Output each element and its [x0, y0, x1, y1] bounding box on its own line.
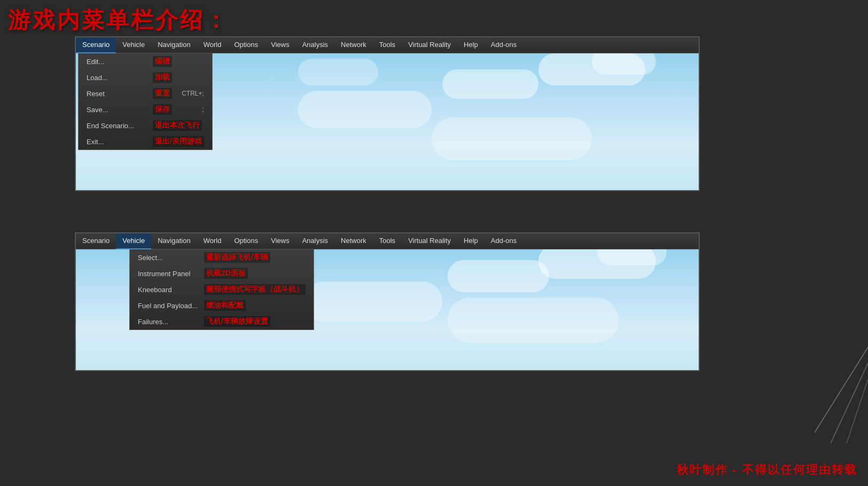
menu-tools-1[interactable]: Tools — [373, 37, 402, 53]
dropdown-item-exit-cn: 退出/关闭游戏 — [153, 136, 204, 147]
page-title: 游戏内菜单栏介绍： — [8, 5, 229, 35]
dropdown-item-save[interactable]: Save... 保存 ; — [79, 101, 212, 117]
menubar-2: Scenario Vehicle Navigation World Option… — [76, 233, 699, 249]
dropdown-item-instrument[interactable]: Instrument Panel 机载2D面板 — [130, 265, 314, 281]
menu-scenario-2[interactable]: Scenario — [76, 233, 116, 249]
menubar-1: Scenario Vehicle Navigation World Option… — [76, 37, 699, 53]
dropdown-item-select[interactable]: Select... 重新选择飞机/车辆 — [130, 249, 314, 265]
dropdown-item-end-scenario[interactable]: End Scenario... 退出本次飞行 — [79, 117, 212, 134]
menu-world-1[interactable]: World — [197, 37, 228, 53]
dropdown-item-reset-en: Reset — [87, 90, 151, 98]
menu-help-2[interactable]: Help — [457, 233, 484, 249]
footer-text: 秋叶制作 - 不得以任何理由转载 — [677, 462, 857, 478]
menu-network-1[interactable]: Network — [334, 37, 373, 53]
dropdown-item-load[interactable]: Load... 加载 — [79, 69, 212, 85]
menu-options-1[interactable]: Options — [228, 37, 264, 53]
menu-views-2[interactable]: Views — [264, 233, 295, 249]
dropdown-item-save-cn: 保存 — [153, 104, 172, 115]
dropdown-item-end-en: End Scenario... — [87, 122, 151, 130]
menu-analysis-1[interactable]: Analysis — [296, 37, 334, 53]
menu-addons-2[interactable]: Add-ons — [484, 233, 523, 249]
dropdown-item-load-cn: 加载 — [153, 72, 172, 83]
menu-scenario-1[interactable]: Scenario — [76, 37, 116, 53]
menu-tools-2[interactable]: Tools — [373, 233, 402, 249]
menu-vehicle-2[interactable]: Vehicle — [116, 233, 151, 249]
svg-line-1 — [831, 363, 868, 443]
dropdown-item-kneeboard-en: Kneeboard — [138, 286, 202, 294]
menu-vehicle-1[interactable]: Vehicle — [116, 37, 151, 53]
screenshot-panel-2: Scenario Vehicle Navigation World Option… — [75, 232, 700, 371]
decoration-lines — [804, 336, 868, 443]
dropdown-item-instrument-en: Instrument Panel — [138, 270, 202, 278]
dropdown-item-instrument-cn: 机载2D面板 — [204, 268, 248, 279]
dropdown-item-fuel-cn: 燃油和配戴 — [204, 300, 246, 311]
menu-analysis-2[interactable]: Analysis — [296, 233, 334, 249]
dropdown-item-fuel[interactable]: Fuel and Payload... 燃油和配戴 — [130, 297, 314, 313]
dropdown-item-failures-cn: 飞机/车辆故障设置 — [204, 316, 270, 327]
dropdown-panel-2: Select... 重新选择飞机/车辆 Instrument Panel 机载2… — [129, 249, 314, 330]
dropdown-item-exit-en: Exit... — [87, 138, 151, 146]
dropdown-item-exit[interactable]: Exit... 退出/关闭游戏 — [79, 134, 212, 150]
dropdown-item-fuel-en: Fuel and Payload... — [138, 302, 202, 310]
svg-line-2 — [847, 379, 868, 443]
dropdown-item-edit-cn: 编辑 — [153, 56, 172, 67]
dropdown-item-kneeboard[interactable]: Kneeboard 腿部便携式写字板（战斗机） — [130, 281, 314, 297]
menu-views-1[interactable]: Views — [264, 37, 295, 53]
dropdown-item-end-cn: 退出本次飞行 — [153, 120, 202, 131]
dropdown-panel-1: Edit... 编辑 Load... 加载 Reset 重置 CTRL+; Sa… — [78, 53, 213, 150]
dropdown-item-save-shortcut: ; — [202, 106, 204, 113]
dropdown-item-select-cn: 重新选择飞机/车辆 — [204, 252, 270, 263]
dropdown-item-failures-en: Failures... — [138, 318, 202, 326]
menu-vr-1[interactable]: Virtual Reality — [402, 37, 457, 53]
dropdown-item-reset[interactable]: Reset 重置 CTRL+; — [79, 85, 212, 101]
dropdown-item-failures[interactable]: Failures... 飞机/车辆故障设置 — [130, 313, 314, 330]
screenshot-panel-1: Scenario Vehicle Navigation World Option… — [75, 36, 700, 191]
dropdown-item-reset-shortcut: CTRL+; — [182, 90, 204, 97]
dropdown-item-save-en: Save... — [87, 106, 151, 114]
menu-vr-2[interactable]: Virtual Reality — [402, 233, 457, 249]
dropdown-item-edit-en: Edit... — [87, 58, 151, 66]
menu-navigation-2[interactable]: Navigation — [151, 233, 197, 249]
menu-world-2[interactable]: World — [197, 233, 228, 249]
menu-addons-1[interactable]: Add-ons — [484, 37, 523, 53]
dropdown-item-load-en: Load... — [87, 74, 151, 82]
dropdown-item-select-en: Select... — [138, 254, 202, 262]
dropdown-item-kneeboard-cn: 腿部便携式写字板（战斗机） — [204, 284, 306, 295]
menu-navigation-1[interactable]: Navigation — [151, 37, 197, 53]
menu-help-1[interactable]: Help — [457, 37, 484, 53]
dropdown-item-reset-cn: 重置 — [153, 88, 172, 99]
menu-network-2[interactable]: Network — [334, 233, 373, 249]
menu-options-2[interactable]: Options — [228, 233, 264, 249]
dropdown-item-edit[interactable]: Edit... 编辑 — [79, 53, 212, 69]
